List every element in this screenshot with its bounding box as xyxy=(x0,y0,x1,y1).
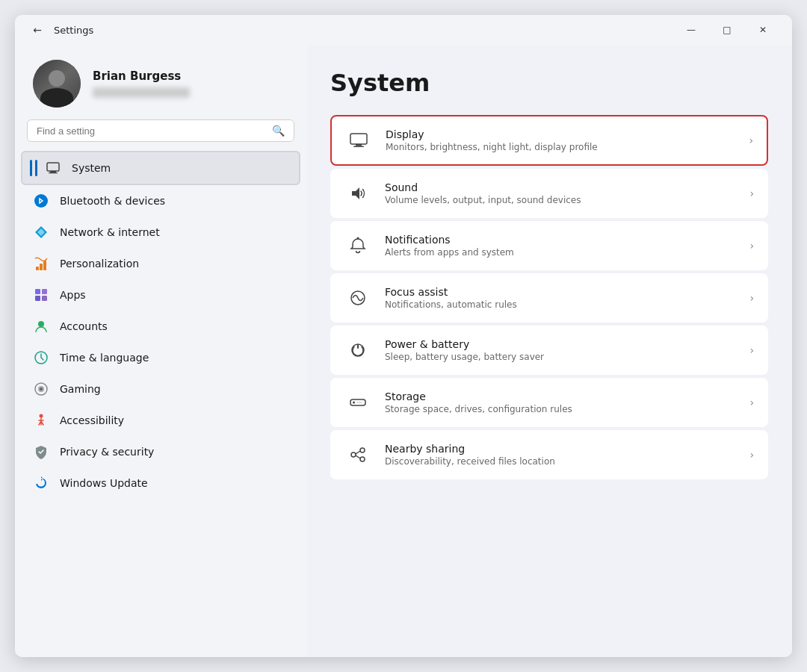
main-layout: Brian Burgess 🔍 xyxy=(15,45,792,657)
chevron-icon-power: › xyxy=(749,344,754,356)
svg-point-26 xyxy=(353,402,355,404)
setting-text-storage: Storage Storage space, drives, configura… xyxy=(385,391,736,414)
svg-point-30 xyxy=(360,457,365,461)
svg-rect-8 xyxy=(43,261,46,270)
svg-marker-22 xyxy=(352,187,359,199)
svg-rect-11 xyxy=(35,296,40,301)
time-icon xyxy=(33,349,49,366)
chevron-icon-notifications: › xyxy=(749,240,754,252)
setting-desc-sound: Volume levels, output, input, sound devi… xyxy=(385,195,736,205)
close-button[interactable]: ✕ xyxy=(746,18,780,42)
back-button[interactable]: ← xyxy=(27,19,48,40)
search-icon: 🔍 xyxy=(272,125,285,137)
privacy-icon xyxy=(33,444,49,460)
setting-text-power: Power & battery Sleep, battery usage, ba… xyxy=(385,338,736,362)
sidebar-item-label-accessibility: Accessibility xyxy=(60,414,124,426)
sidebar-item-accessibility[interactable]: Accessibility xyxy=(21,405,300,436)
setting-name-nearby: Nearby sharing xyxy=(385,443,736,455)
bluetooth-icon xyxy=(33,193,49,209)
setting-desc-power: Sleep, battery usage, battery saver xyxy=(385,352,736,362)
sidebar-item-time[interactable]: Time & language xyxy=(21,342,300,373)
svg-point-17 xyxy=(40,388,43,391)
sidebar-item-label-network: Network & internet xyxy=(60,226,160,238)
setting-item-storage[interactable]: Storage Storage space, drives, configura… xyxy=(330,378,768,427)
page-title: System xyxy=(330,69,768,97)
svg-point-29 xyxy=(360,448,365,452)
svg-rect-20 xyxy=(356,144,362,146)
setting-item-display[interactable]: Display Monitors, brightness, night ligh… xyxy=(330,115,768,166)
setting-text-display: Display Monitors, brightness, night ligh… xyxy=(386,128,735,152)
sidebar-item-label-bluetooth: Bluetooth & devices xyxy=(60,195,165,207)
search-box[interactable]: 🔍 xyxy=(27,119,294,142)
titlebar-title: Settings xyxy=(54,25,93,36)
sidebar-item-label-gaming: Gaming xyxy=(60,383,101,395)
profile-section: Brian Burgess xyxy=(15,45,306,119)
sidebar-item-label-privacy: Privacy & security xyxy=(60,446,154,458)
setting-desc-focus: Notifications, automatic rules xyxy=(385,299,736,310)
svg-point-28 xyxy=(351,452,356,457)
sidebar-item-accounts[interactable]: Accounts xyxy=(21,311,300,342)
search-input[interactable] xyxy=(37,125,266,137)
svg-rect-9 xyxy=(35,289,40,294)
titlebar: ← Settings — □ ✕ xyxy=(15,15,792,45)
settings-window: ← Settings — □ ✕ Brian Burgess xyxy=(15,15,792,657)
setting-name-focus: Focus assist xyxy=(385,286,736,298)
svg-rect-27 xyxy=(356,402,362,403)
sidebar-item-system[interactable]: System xyxy=(21,151,300,185)
network-icon xyxy=(33,224,49,240)
svg-point-18 xyxy=(40,414,43,418)
content-area: System Display Monitors, brightness, nig… xyxy=(306,45,792,657)
setting-desc-notifications: Alerts from apps and system xyxy=(385,247,736,258)
sidebar-item-label-personalization: Personalization xyxy=(60,258,139,270)
sidebar-item-bluetooth[interactable]: Bluetooth & devices xyxy=(21,185,300,217)
setting-item-focus[interactable]: Focus assist Notifications, automatic ru… xyxy=(330,273,768,323)
profile-email-blur xyxy=(93,87,190,98)
sidebar-item-gaming[interactable]: Gaming xyxy=(21,373,300,405)
storage-icon xyxy=(344,389,371,416)
maximize-button[interactable]: □ xyxy=(710,18,744,42)
svg-rect-19 xyxy=(350,134,367,144)
sidebar: Brian Burgess 🔍 xyxy=(15,45,306,657)
setting-desc-nearby: Discoverability, received files location xyxy=(385,456,736,467)
minimize-button[interactable]: — xyxy=(674,18,708,42)
accounts-icon xyxy=(33,318,49,335)
svg-rect-6 xyxy=(36,267,39,270)
nav-items: System Bluetooth & devices xyxy=(15,148,306,502)
sidebar-item-label-system: System xyxy=(72,162,111,174)
sidebar-item-label-accounts: Accounts xyxy=(60,320,108,332)
setting-item-power[interactable]: Power & battery Sleep, battery usage, ba… xyxy=(330,326,768,375)
sidebar-item-apps[interactable]: Apps xyxy=(21,279,300,311)
setting-item-notifications[interactable]: Notifications Alerts from apps and syste… xyxy=(330,221,768,270)
personalization-icon xyxy=(33,255,49,272)
chevron-icon-display: › xyxy=(749,134,753,146)
sidebar-item-personalization[interactable]: Personalization xyxy=(21,248,300,279)
chevron-icon-storage: › xyxy=(749,396,754,408)
notifications-icon xyxy=(344,232,371,259)
sidebar-item-privacy[interactable]: Privacy & security xyxy=(21,436,300,467)
svg-rect-2 xyxy=(49,172,58,173)
chevron-icon-sound: › xyxy=(749,187,754,199)
sidebar-item-label-update: Windows Update xyxy=(60,477,148,489)
svg-rect-0 xyxy=(47,163,59,171)
accessibility-icon xyxy=(33,412,49,429)
settings-list: Display Monitors, brightness, night ligh… xyxy=(330,115,768,479)
setting-text-notifications: Notifications Alerts from apps and syste… xyxy=(385,234,736,258)
setting-text-sound: Sound Volume levels, output, input, soun… xyxy=(385,181,736,205)
svg-rect-10 xyxy=(42,289,47,294)
svg-rect-12 xyxy=(42,296,47,301)
apps-icon xyxy=(33,287,49,303)
setting-text-nearby: Nearby sharing Discoverability, received… xyxy=(385,443,736,467)
sidebar-item-network[interactable]: Network & internet xyxy=(21,217,300,248)
setting-name-storage: Storage xyxy=(385,391,736,402)
svg-point-23 xyxy=(357,237,359,240)
setting-name-sound: Sound xyxy=(385,181,736,193)
profile-info: Brian Burgess xyxy=(93,69,190,98)
display-icon xyxy=(345,127,372,154)
setting-item-nearby[interactable]: Nearby sharing Discoverability, received… xyxy=(330,430,768,479)
focus-icon xyxy=(344,284,371,311)
sidebar-item-update[interactable]: Windows Update xyxy=(21,467,300,499)
nearby-icon xyxy=(344,441,371,468)
setting-item-sound[interactable]: Sound Volume levels, output, input, soun… xyxy=(330,169,768,218)
setting-name-display: Display xyxy=(386,128,735,140)
setting-desc-storage: Storage space, drives, configuration rul… xyxy=(385,404,736,414)
